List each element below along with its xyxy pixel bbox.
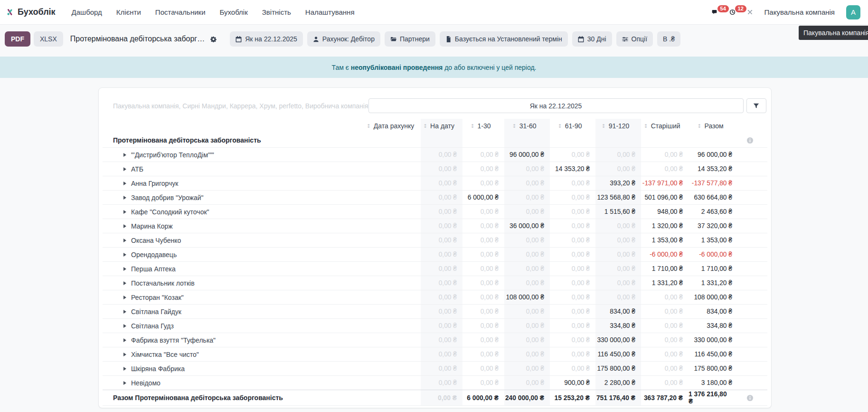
cell-trailing [738,362,767,375]
column-header-6[interactable]: ↕Старіший [641,119,689,133]
export-xlsx-button[interactable]: XLSX [34,31,63,47]
cell-amount: 0,00 ₴ [595,148,641,162]
cell-invoice-date [366,205,421,219]
cell-amount: 0,00 ₴ [462,219,504,233]
expand-caret-icon[interactable] [123,253,126,257]
cell-amount: 834,00 ₴ [689,305,738,318]
partner-cell[interactable]: Фабрика взуття "Туфелька" [103,333,366,347]
expand-caret-icon[interactable] [123,196,126,200]
column-header-2[interactable]: ↕1-30 [462,119,504,133]
tools-icon[interactable] [747,9,753,15]
nav-menu-item-2[interactable]: Постачальники [155,8,206,16]
filter-partners-button[interactable]: Партнери [385,31,435,47]
cell-amount: 0,00 ₴ [421,319,462,333]
filter-currency-button[interactable]: В .₴ [657,31,680,47]
partner-name: Марина Корж [131,222,173,230]
cell-invoice-date [366,148,421,162]
app-brand[interactable]: Бухоблік [18,7,56,17]
cell-amount: 175 800,00 ₴ [595,362,641,375]
partner-cell[interactable]: Постачальник лотків [103,276,366,290]
partner-cell[interactable]: АТБ [103,162,366,176]
filter-interval-button[interactable]: 30 Дні [572,31,612,47]
section-title: Протермінована дебіторська заборгованіст… [103,133,366,147]
cell-amount: 630 664,80 ₴ [689,191,738,204]
cell-amount: 0,00 ₴ [550,248,595,261]
as-of-date-input[interactable] [368,98,744,113]
sort-icon: ↕ [423,123,427,129]
column-header-7[interactable]: ↕Разом [689,119,738,133]
nav-menu-item-0[interactable]: Дашборд [72,8,102,16]
column-header-1[interactable]: ↕На дату [421,119,462,133]
expand-caret-icon[interactable] [123,367,126,371]
cell-trailing [738,262,767,276]
cell-amount: 96 000,00 ₴ [689,148,738,162]
partner-cell[interactable]: Анна Григорчук [103,176,366,190]
expand-caret-icon[interactable] [123,281,126,285]
cell-amount: 0,00 ₴ [421,262,462,276]
messages-button[interactable]: 54 [712,9,718,15]
expand-caret-icon[interactable] [123,224,126,228]
cell-amount: 0,00 ₴ [595,290,641,304]
export-pdf-button[interactable]: PDF [5,31,30,47]
expand-caret-icon[interactable] [123,153,126,157]
column-header-3[interactable]: ↕31-60 [504,119,550,133]
partner-cell[interactable]: Світлана Гайдук [103,305,366,318]
partner-cell[interactable]: Хімчистка "Все чисто" [103,347,366,361]
column-header-4[interactable]: ↕61-90 [550,119,595,133]
cell-amount: 948,00 ₴ [641,205,689,219]
filter-options-button[interactable]: Опції [616,31,653,47]
user-avatar[interactable]: А [846,5,860,19]
cell-amount: 96 000,00 ₴ [504,148,550,162]
activities-button[interactable]: 12 [729,9,736,15]
cell-amount: 0,00 ₴ [462,248,504,261]
partner-cell[interactable]: Марина Корж [103,219,366,233]
partner-cell[interactable]: Невідомо [103,376,366,390]
expand-caret-icon[interactable] [123,239,126,242]
cell-amount: 0,00 ₴ [421,248,462,261]
cell-amount: 0,00 ₴ [421,162,462,176]
table-header-row: ↕Дата рахунку↕На дату↕1-30↕31-60↕61-90↕9… [103,119,767,133]
info-icon [746,394,754,402]
cell-trailing [738,290,767,304]
cell-amount: 0,00 ₴ [504,319,550,333]
expand-caret-icon[interactable] [123,381,126,385]
column-header-label: 1-30 [478,122,491,130]
column-header-0[interactable]: ↕Дата рахунку [366,119,421,133]
partner-cell[interactable]: Шкіряна Фабрика [103,362,366,375]
expand-caret-icon[interactable] [123,324,126,328]
filter-date-button[interactable]: Як на 22.12.2025 [230,31,303,47]
filter-based-on-button[interactable]: Базується на Установлений термін [440,31,568,47]
cell-amount: 0,00 ₴ [641,333,689,347]
gear-icon[interactable] [210,36,217,42]
expand-caret-icon[interactable] [123,167,126,171]
expand-caret-icon[interactable] [123,296,126,299]
expand-caret-icon[interactable] [123,310,126,314]
partner-name: Анна Григорчук [131,180,178,187]
partner-cell[interactable]: Оксана Чубенко [103,233,366,247]
banner-unposted-link[interactable]: неопубліковані проведення [351,64,443,71]
expand-caret-icon[interactable] [123,338,126,342]
expand-caret-icon[interactable] [123,353,126,356]
expand-caret-icon[interactable] [123,210,126,214]
filter-account-button[interactable]: Рахунок: Дебітор [307,31,380,47]
column-header-5[interactable]: ↕91-120 [595,119,641,133]
expand-caret-icon[interactable] [123,182,126,185]
table-row: Фабрика взуття "Туфелька"0,00 ₴0,00 ₴0,0… [103,333,767,347]
partner-cell[interactable]: Ресторан "Козак" [103,290,366,304]
nav-menu-item-3[interactable]: Бухоблік [220,8,248,16]
partner-cell[interactable]: Орендодавець [103,248,366,261]
partner-cell[interactable]: Кафе "Солодкий куточок" [103,205,366,219]
cell-amount: 0,00 ₴ [641,376,689,390]
partner-cell[interactable]: Перша Аптека [103,262,366,276]
expand-caret-icon[interactable] [123,267,126,271]
nav-menu-item-1[interactable]: Клієнти [116,8,141,16]
partner-name: Світлана Гудз [131,322,174,330]
partner-cell[interactable]: Світлана Гудз [103,319,366,333]
partner-cell[interactable]: "'Дистриб'ютор ТеплоДім'"" [103,148,366,162]
cell-amount: 0,00 ₴ [462,333,504,347]
company-switcher[interactable]: Пакувальна компанія [764,8,835,16]
partner-cell[interactable]: Завод добрив "Урожай" [103,191,366,204]
nav-menu-item-5[interactable]: Налаштування [305,8,355,16]
filter-funnel-button[interactable] [746,98,766,113]
nav-menu-item-4[interactable]: Звітність [262,8,291,16]
